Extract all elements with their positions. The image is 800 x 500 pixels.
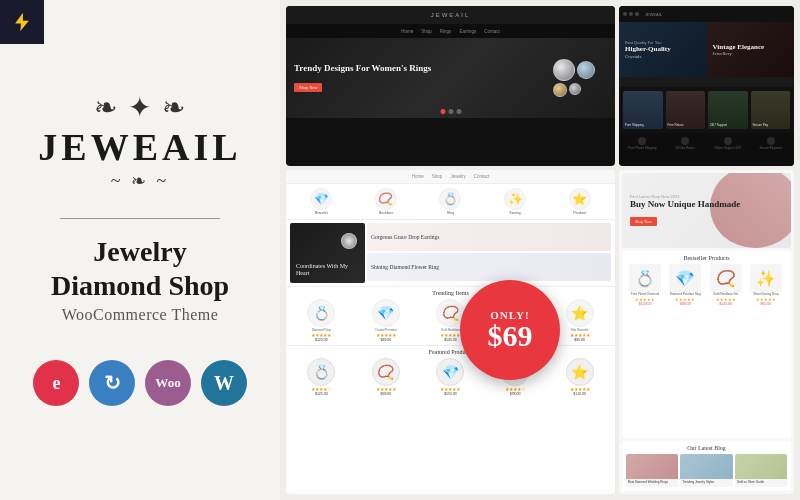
blog-item-1: Best Diamond Wedding Rings	[626, 454, 678, 487]
side-banner-title-2: Vintage Elegance	[713, 43, 789, 51]
divider-line	[60, 218, 220, 219]
feature-item-3: Online Support 24/7	[708, 135, 749, 164]
tagline-sub: WooCommerce Theme	[62, 306, 219, 324]
side-banner-sub-2: Jewellery	[713, 51, 789, 56]
wc-nav-1: Home	[412, 174, 424, 179]
top-row: JEWEAIL Home Shop Rings Earrings Contact…	[286, 6, 794, 166]
promo-small-1: Gorgeous Grace Drop Earrings	[367, 223, 611, 251]
cat-necklace-img: 📿	[375, 188, 397, 210]
ornament-bottom: ~ ❧ ~	[111, 170, 169, 192]
featured-products-row: 💍 ★★★★☆ $125.00 📿 ★★★★★ $99.00 💎 ★★★★★ $…	[290, 358, 611, 396]
blog-section: Our Latest Blog Best Diamond Wedding Rin…	[622, 441, 791, 491]
website-content: Home Shop Jewelry Contact 💎 Bracelet 📿 N…	[286, 170, 615, 494]
wc-nav-3: Jewelry	[450, 174, 465, 179]
hero-title: Trendy Designs For Women's Rings	[294, 63, 431, 75]
featured-5-price: $110.00	[573, 392, 586, 396]
bs-img-3: 📿	[710, 264, 742, 292]
featured-2-img: 📿	[372, 358, 400, 386]
pendant-circle	[341, 233, 357, 249]
slide-dot-1	[440, 109, 445, 114]
feature-text-4: Secure Payment	[760, 146, 782, 150]
side-content: Best Quality For You Higher-Quality Crys…	[619, 22, 794, 166]
hero-text-block: Trendy Designs For Women's Rings Shop No…	[294, 63, 431, 93]
feature-text-3: Online Support 24/7	[715, 146, 742, 150]
product-3-price: $145.00	[444, 338, 457, 342]
ornament-top: ❧ ✦ ❧	[94, 94, 187, 122]
cat-bracelet-img: 💎	[310, 188, 332, 210]
bestseller-section: Bestseller Products 💍 Free Planet Diamon…	[622, 251, 791, 438]
bs-img-2: 💎	[669, 264, 701, 292]
mockup-header: JEWEAIL	[286, 6, 615, 24]
side-banner-title-1: Higher-Quality	[625, 45, 701, 53]
bs-img-1: 💍	[629, 264, 661, 292]
right-promo-banner: Find Latest Shop Now 2023 Buy Now Unique…	[622, 173, 791, 248]
mockup-hero: Trendy Designs For Women's Rings Shop No…	[286, 38, 615, 118]
bestseller-grid: 💍 Free Planet Diamond ★★★★★ $120.00 💎 Di…	[626, 264, 787, 306]
feature-item-4: Secure Payment	[750, 135, 791, 164]
blog-text-3: Gold vs Silver Guide	[735, 479, 787, 487]
model-thumb-3: 24/7 Support	[708, 91, 748, 129]
side-features: Free Planet Shipping 30 Day Return Onlin…	[619, 133, 794, 166]
mockup-header-text: JEWEAIL	[431, 12, 471, 18]
right-promo-text: Find Latest Shop Now 2023 Buy Now Unique…	[622, 186, 748, 236]
right-panel: ONLY! $69 JEWEAIL Home Shop Rings Earrin…	[280, 0, 800, 500]
model-label-2: Free Return	[668, 123, 684, 127]
feature-icon-2	[681, 137, 689, 145]
trending-products: 💍 Diamond Ring ★★★★★ $120.00 💎 Crystal P…	[290, 299, 611, 342]
promo-banner-dark: Coordinates With My Heart	[290, 223, 365, 283]
hero-jewels	[550, 43, 610, 113]
side-top-banner-right: Vintage Elegance Jewellery	[707, 22, 795, 77]
slide-dot-2	[448, 109, 453, 114]
right-promo-cta: Shop Now	[630, 217, 657, 226]
website-mini-nav: Home Shop Jewelry Contact	[286, 170, 615, 184]
featured-3-price: $155.00	[444, 392, 457, 396]
product-5-price: $95.00	[574, 338, 585, 342]
jewel-1	[553, 59, 575, 81]
promo-small-title-2: Shining Diamond Flower Ring	[371, 264, 439, 271]
bs-item-2: 💎 Diamond Pendant Ring ★★★★★ $89.00	[666, 264, 704, 306]
product-1-price: $120.00	[315, 338, 328, 342]
bs-price-1: $120.00	[639, 302, 652, 306]
categories-row: 💎 Bracelet 📿 Necklace 💍 Ring ✨ Earring ⭐	[286, 184, 615, 220]
promo-small-2: Shining Diamond Flower Ring	[367, 253, 611, 281]
promo-small-title-1: Gorgeous Grace Drop Earrings	[371, 234, 439, 241]
product-5-img: ⭐	[566, 299, 594, 327]
featured-2-price: $99.00	[381, 392, 392, 396]
cat-ring: 💍 Ring	[419, 188, 482, 215]
featured-5: ⭐ ★★★★★ $110.00	[548, 358, 611, 396]
bs-item-3: 📿 Gold Necklace Set ★★★★★ $145.00	[707, 264, 745, 306]
bs-price-4: $65.00	[761, 302, 772, 306]
nav-shop: Shop	[421, 29, 432, 34]
featured-1-price: $125.00	[315, 392, 328, 396]
promo-banner-light: Gorgeous Grace Drop Earrings Shining Dia…	[367, 223, 611, 283]
feature-icon-4	[767, 137, 775, 145]
jewel-4	[569, 83, 581, 95]
header-dot-3	[635, 12, 639, 16]
blog-text-2: Trending Jewelry Styles	[680, 479, 732, 487]
feature-item-1: Free Planet Shipping	[622, 135, 663, 164]
bs-price-2: $89.00	[680, 302, 691, 306]
cat-pendant-label: Pendant	[573, 211, 586, 215]
product-1: 💍 Diamond Ring ★★★★★ $120.00	[290, 299, 353, 342]
website-right: Find Latest Shop Now 2023 Buy Now Unique…	[619, 170, 794, 494]
cat-ring-img: 💍	[439, 188, 461, 210]
blog-heading: Our Latest Blog	[626, 445, 787, 451]
price-badge: ONLY! $69	[460, 280, 560, 380]
model-label-1: Free Shipping	[625, 123, 644, 127]
blog-text-1: Best Diamond Wedding Rings	[626, 479, 678, 487]
main-mockup: JEWEAIL Home Shop Rings Earrings Contact…	[286, 6, 615, 166]
blog-img-3	[735, 454, 787, 479]
trending-section: Trending Items 💍 Diamond Ring ★★★★★ $120…	[286, 286, 615, 345]
bs-item-4: ✨ Silver Earring Drop ★★★★★ $65.00	[747, 264, 785, 306]
nav-rings: Rings	[440, 29, 452, 34]
promo-dark-title: Coordinates With My Heart	[296, 263, 359, 277]
featured-heading: Featured Products	[290, 349, 611, 355]
side-models: Free Shipping Free Return 24/7 Support S…	[619, 87, 794, 133]
plugin-icons: e ↻ Woo W	[33, 360, 247, 406]
mockup-nav: Home Shop Rings Earrings Contact	[286, 24, 615, 38]
elementor-icon: e	[33, 360, 79, 406]
header-dot-1	[623, 12, 627, 16]
model-thumb-4: Secure Pay	[751, 91, 791, 129]
model-thumb-1: Free Shipping	[623, 91, 663, 129]
feature-text-2: 30 Day Return	[675, 146, 694, 150]
